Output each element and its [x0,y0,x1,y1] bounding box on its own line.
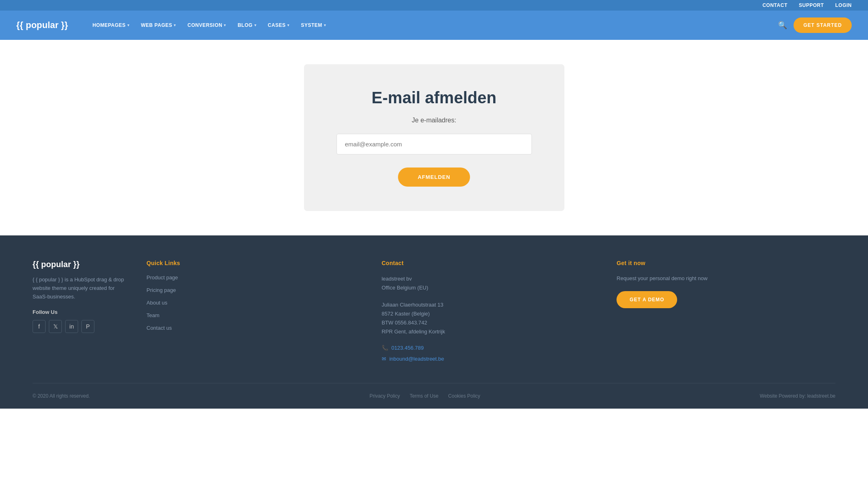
footer-bottom-links: Privacy Policy Terms of Use Cookies Poli… [370,393,480,399]
footer-link-product[interactable]: Product page [146,274,365,281]
linkedin-icon[interactable]: in [65,320,78,333]
top-bar: CONTACT SUPPORT LOGIN [0,0,868,11]
main-content: E-mail afmelden Je e-mailadres: AFMELDEN [0,40,868,235]
nav-right: 🔍 GET STARTED [778,17,852,33]
get-demo-button[interactable]: GET A DEMO [617,291,677,308]
nav-item-blog[interactable]: BLOG ▾ [233,19,261,31]
footer-link-team[interactable]: Team [146,312,365,318]
chevron-down-icon: ▾ [254,23,257,27]
email-icon: ✉ [382,356,386,362]
chevron-down-icon: ▾ [174,23,176,27]
chevron-down-icon: ▾ [324,23,326,27]
contact-phone[interactable]: 📞 0123.456.789 [382,345,601,351]
email-input[interactable] [337,134,532,155]
follow-us-label: Follow Us [33,309,130,315]
form-card: E-mail afmelden Je e-mailadres: AFMELDEN [304,64,564,211]
chevron-down-icon: ▾ [224,23,226,27]
footer-bottom: © 2020 All rights reserved. Privacy Poli… [33,383,835,409]
facebook-icon[interactable]: f [33,320,46,333]
copyright: © 2020 All rights reserved. [33,393,90,399]
chevron-down-icon: ▾ [287,23,290,27]
powered-by: Website Powered by: leadstreet.be [760,393,835,399]
logo[interactable]: {{ popular }} [16,20,68,30]
nav-item-cases[interactable]: CASES ▾ [263,19,294,31]
footer-col-quicklinks: Quick Links Product page Pricing page Ab… [146,260,365,367]
get-it-now-title: Get it now [617,260,835,266]
footer-col-brand: {{ popular }} { { popular } } is a HubSp… [33,260,130,367]
search-icon[interactable]: 🔍 [778,21,787,30]
pinterest-icon[interactable]: P [81,320,94,333]
footer-link-about[interactable]: About us [146,300,365,306]
chevron-down-icon: ▾ [127,23,130,27]
quick-links-title: Quick Links [146,260,365,266]
contact-title: Contact [382,260,601,266]
nav-item-conversion[interactable]: CONVERSION ▾ [183,19,231,31]
afmelden-button[interactable]: AFMELDEN [398,168,470,187]
support-link[interactable]: SUPPORT [799,2,824,8]
nav-item-webpages[interactable]: WEB PAGES ▾ [136,19,181,31]
form-label: Je e-mailadres: [412,117,456,124]
cookies-link[interactable]: Cookies Policy [448,393,480,399]
nav-links: HOMEPAGES ▾ WEB PAGES ▾ CONVERSION ▾ BLO… [87,19,778,31]
footer-description: { { popular } } is a HubSpot drag & drop… [33,276,130,301]
privacy-policy-link[interactable]: Privacy Policy [370,393,400,399]
nav-item-system[interactable]: SYSTEM ▾ [296,19,331,31]
footer-logo: {{ popular }} [33,260,130,269]
nav-item-homepages[interactable]: HOMEPAGES ▾ [87,19,134,31]
terms-link[interactable]: Terms of Use [410,393,439,399]
get-it-now-desc: Request your personal demo right now [617,274,835,283]
footer-link-pricing[interactable]: Pricing page [146,287,365,293]
get-started-button[interactable]: GET STARTED [794,17,852,33]
contact-link[interactable]: CONTACT [763,2,787,8]
twitter-icon[interactable]: 𝕏 [49,320,62,333]
phone-icon: 📞 [382,345,388,351]
footer-top: {{ popular }} { { popular } } is a HubSp… [33,260,835,383]
form-title: E-mail afmelden [372,89,496,107]
contact-company: leadstreet bv Office Belgium (EU) [382,274,601,292]
footer-col-contact: Contact leadstreet bv Office Belgium (EU… [382,260,601,367]
contact-email[interactable]: ✉ inbound@leadstreet.be [382,356,601,362]
login-link[interactable]: LOGIN [835,2,852,8]
social-icons: f 𝕏 in P [33,320,130,333]
footer-col-getit: Get it now Request your personal demo ri… [617,260,835,367]
contact-address: Juliaan Claerhoutstraat 13 8572 Kaster (… [382,300,601,336]
main-nav: {{ popular }} HOMEPAGES ▾ WEB PAGES ▾ CO… [0,11,868,40]
footer: {{ popular }} { { popular } } is a HubSp… [0,235,868,409]
footer-link-contact[interactable]: Contact us [146,325,365,331]
